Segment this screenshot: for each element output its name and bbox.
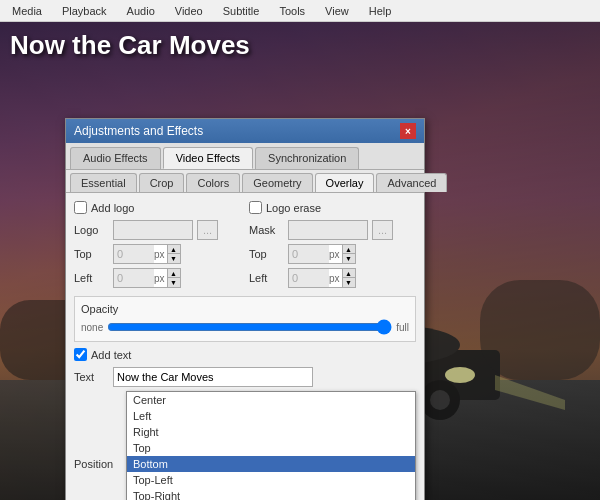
sub-tab-advanced[interactable]: Advanced (376, 173, 447, 192)
logo-erase-checkbox-row[interactable]: Logo erase (249, 201, 416, 214)
slider-wrapper: none full (81, 319, 409, 335)
text-input[interactable] (113, 367, 313, 387)
erase-top-label: Top (249, 248, 284, 260)
position-dropdown-container: Center Left Right Top Bottom Top-Left To… (126, 391, 416, 500)
add-text-section: Add text Text Position Center Left Right… (74, 348, 416, 500)
position-option-left[interactable]: Left (127, 408, 415, 424)
logo-top-input[interactable] (114, 245, 154, 263)
erase-top-row: Top px ▲ ▼ (249, 244, 416, 264)
menu-help[interactable]: Help (365, 3, 396, 19)
position-label: Position (74, 458, 122, 470)
menu-media[interactable]: Media (8, 3, 46, 19)
menu-view[interactable]: View (321, 3, 353, 19)
sub-tab-essential[interactable]: Essential (70, 173, 137, 192)
logo-top-up[interactable]: ▲ (168, 245, 180, 254)
erase-top-input-wrapper: px ▲ ▼ (288, 244, 356, 264)
dialog-titlebar: Adjustments and Effects × (66, 119, 424, 143)
position-option-right[interactable]: Right (127, 424, 415, 440)
sub-tab-overlay[interactable]: Overlay (315, 173, 375, 192)
position-option-bottom[interactable]: Bottom (127, 456, 415, 472)
logo-left-row: Left px ▲ ▼ (74, 268, 241, 288)
add-logo-checkbox-row[interactable]: Add logo (74, 201, 241, 214)
svg-point-5 (445, 367, 475, 383)
opacity-full-label: full (396, 322, 409, 333)
dialog-title: Adjustments and Effects (74, 124, 203, 138)
logo-left-label: Left (74, 272, 109, 284)
erase-left-label: Left (249, 272, 284, 284)
menu-bar: Media Playback Audio Video Subtitle Tool… (0, 0, 600, 22)
logo-top-row: Top px ▲ ▼ (74, 244, 241, 264)
logo-browse-button[interactable]: ... (197, 220, 218, 240)
logo-input[interactable] (113, 220, 193, 240)
svg-rect-13 (480, 280, 600, 380)
tab-audio-effects[interactable]: Audio Effects (70, 147, 161, 169)
text-label: Text (74, 371, 109, 383)
opacity-section: Opacity none full (74, 296, 416, 342)
logo-left-down[interactable]: ▼ (168, 278, 180, 287)
erase-top-px: px (329, 249, 342, 260)
erase-top-up[interactable]: ▲ (343, 245, 355, 254)
erase-top-input[interactable] (289, 245, 329, 263)
main-tab-bar: Audio Effects Video Effects Synchronizat… (66, 143, 424, 170)
text-input-row: Text (74, 367, 416, 387)
logo-row: Logo ... (74, 220, 241, 240)
erase-top-spinners: ▲ ▼ (342, 245, 355, 263)
tab-video-effects[interactable]: Video Effects (163, 147, 253, 169)
left-col: Add logo Logo ... Top px ▲ ▼ (74, 201, 241, 292)
position-row: Position Center Left Right Top Bottom To… (74, 391, 416, 500)
logo-left-up[interactable]: ▲ (168, 269, 180, 278)
erase-left-down[interactable]: ▼ (343, 278, 355, 287)
menu-tools[interactable]: Tools (275, 3, 309, 19)
logo-left-input[interactable] (114, 269, 154, 287)
mask-row: Mask ... (249, 220, 416, 240)
position-option-topright[interactable]: Top-Right (127, 488, 415, 500)
position-option-top[interactable]: Top (127, 440, 415, 456)
opacity-label: Opacity (81, 303, 409, 315)
erase-top-down[interactable]: ▼ (343, 254, 355, 263)
video-title: Now the Car Moves (10, 30, 250, 61)
dialog-close-button[interactable]: × (400, 123, 416, 139)
add-text-checkbox-row[interactable]: Add text (74, 348, 416, 361)
two-col-layout: Add logo Logo ... Top px ▲ ▼ (74, 201, 416, 292)
sub-tab-geometry[interactable]: Geometry (242, 173, 312, 192)
menu-playback[interactable]: Playback (58, 3, 111, 19)
erase-left-up[interactable]: ▲ (343, 269, 355, 278)
sub-tab-crop[interactable]: Crop (139, 173, 185, 192)
erase-left-px: px (329, 273, 342, 284)
mask-label: Mask (249, 224, 284, 236)
logo-top-input-wrapper: px ▲ ▼ (113, 244, 181, 264)
position-option-topleft[interactable]: Top-Left (127, 472, 415, 488)
erase-left-input[interactable] (289, 269, 329, 287)
mask-input[interactable] (288, 220, 368, 240)
opacity-none-label: none (81, 322, 103, 333)
position-dropdown-open[interactable]: Center Left Right Top Bottom Top-Left To… (126, 391, 416, 500)
logo-top-label: Top (74, 248, 109, 260)
erase-left-spinners: ▲ ▼ (342, 269, 355, 287)
logo-label: Logo (74, 224, 109, 236)
tab-synchronization[interactable]: Synchronization (255, 147, 359, 169)
adjustments-dialog: Adjustments and Effects × Audio Effects … (65, 118, 425, 500)
logo-left-input-wrapper: px ▲ ▼ (113, 268, 181, 288)
logo-left-spinners: ▲ ▼ (167, 269, 180, 287)
logo-top-px: px (154, 249, 167, 260)
opacity-slider[interactable] (107, 319, 392, 335)
right-col: Logo erase Mask ... Top px ▲ ▼ (249, 201, 416, 292)
sub-tab-bar: Essential Crop Colors Geometry Overlay A… (66, 170, 424, 193)
erase-left-row: Left px ▲ ▼ (249, 268, 416, 288)
sub-tab-colors[interactable]: Colors (186, 173, 240, 192)
logo-erase-checkbox[interactable] (249, 201, 262, 214)
menu-video[interactable]: Video (171, 3, 207, 19)
dialog-content: Add logo Logo ... Top px ▲ ▼ (66, 193, 424, 500)
add-text-checkbox[interactable] (74, 348, 87, 361)
logo-top-spinners: ▲ ▼ (167, 245, 180, 263)
menu-audio[interactable]: Audio (123, 3, 159, 19)
logo-top-down[interactable]: ▼ (168, 254, 180, 263)
add-logo-checkbox[interactable] (74, 201, 87, 214)
svg-point-11 (430, 390, 450, 410)
position-option-center[interactable]: Center (127, 392, 415, 408)
menu-subtitle[interactable]: Subtitle (219, 3, 264, 19)
logo-left-px: px (154, 273, 167, 284)
erase-left-input-wrapper: px ▲ ▼ (288, 268, 356, 288)
mask-browse-button[interactable]: ... (372, 220, 393, 240)
